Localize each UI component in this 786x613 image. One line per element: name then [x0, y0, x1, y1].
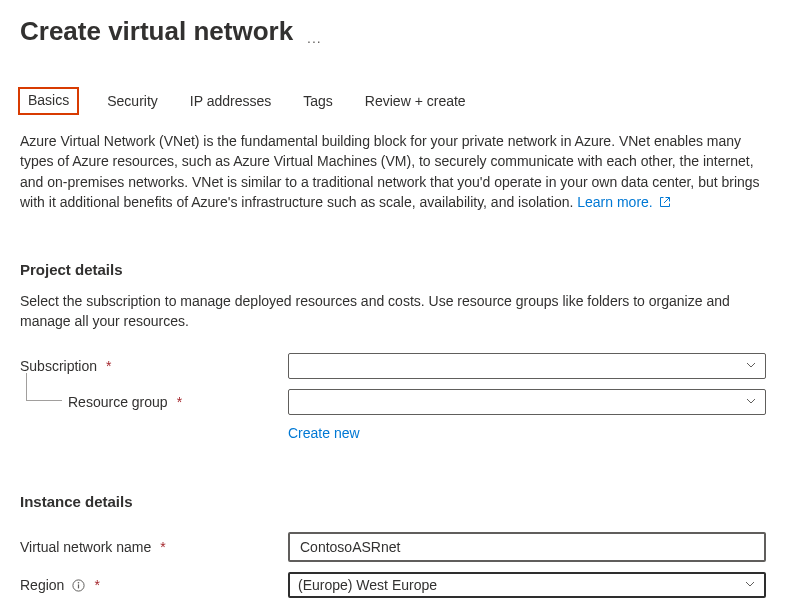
create-new-link[interactable]: Create new	[288, 425, 768, 441]
required-star-icon: *	[94, 577, 99, 593]
info-icon[interactable]	[72, 579, 85, 592]
chevron-down-icon	[745, 358, 757, 374]
tab-ip-addresses[interactable]: IP addresses	[188, 89, 273, 113]
more-actions-icon[interactable]: ···	[307, 33, 322, 49]
chevron-down-icon	[745, 394, 757, 410]
region-label: Region *	[20, 577, 288, 593]
project-details-title: Project details	[20, 261, 766, 278]
region-value: (Europe) West Europe	[298, 577, 437, 593]
instance-details-title: Instance details	[20, 493, 766, 510]
indent-line	[26, 373, 62, 401]
page-title: Create virtual network	[20, 16, 293, 47]
tab-basics[interactable]: Basics	[20, 89, 77, 113]
intro-text: Azure Virtual Network (VNet) is the fund…	[20, 131, 766, 213]
svg-point-1	[78, 582, 80, 584]
vnet-name-label: Virtual network name *	[20, 539, 288, 555]
required-star-icon: *	[106, 358, 111, 374]
required-star-icon: *	[160, 539, 165, 555]
tab-bar: Basics Security IP addresses Tags Review…	[20, 89, 766, 113]
subscription-select[interactable]	[288, 353, 766, 379]
chevron-down-icon	[744, 577, 756, 593]
tab-review-create[interactable]: Review + create	[363, 89, 468, 113]
tab-security[interactable]: Security	[105, 89, 160, 113]
learn-more-label: Learn more.	[577, 194, 652, 210]
region-select[interactable]: (Europe) West Europe	[288, 572, 766, 598]
external-link-icon	[659, 193, 671, 213]
svg-rect-2	[78, 584, 79, 588]
project-details-description: Select the subscription to manage deploy…	[20, 292, 766, 331]
learn-more-link[interactable]: Learn more.	[577, 194, 670, 210]
vnet-name-input[interactable]: ContosoASRnet	[288, 532, 766, 562]
tab-tags[interactable]: Tags	[301, 89, 335, 113]
resource-group-select[interactable]	[288, 389, 766, 415]
vnet-name-value: ContosoASRnet	[300, 539, 400, 555]
subscription-label: Subscription *	[20, 358, 288, 374]
required-star-icon: *	[177, 394, 182, 410]
